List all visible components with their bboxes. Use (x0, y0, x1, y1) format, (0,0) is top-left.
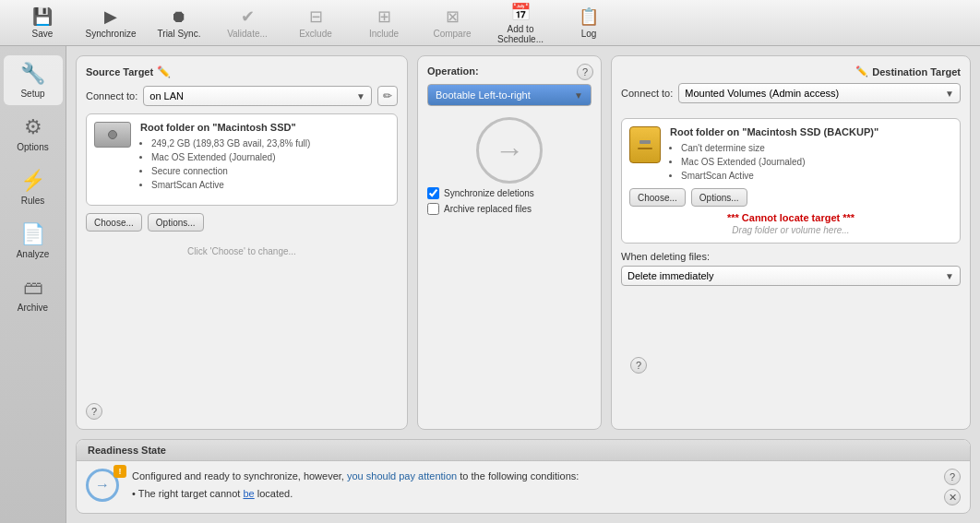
log-label: Log (581, 29, 597, 39)
operation-panel-title: Operation: (427, 65, 592, 77)
compare-icon: ⊠ (446, 6, 460, 27)
operation-mode-dropdown[interactable]: Bootable Left-to-right ▼ (427, 84, 592, 106)
destination-panel-title: ✏️ Destination Target (855, 65, 961, 77)
source-connect-dropdown[interactable]: on LAN ▼ (143, 86, 372, 106)
include-button[interactable]: ⊞ Include (351, 3, 417, 43)
dest-btn-row: Choose... Options... (629, 188, 952, 207)
trial-sync-icon: ⏺ (171, 7, 187, 27)
sync-deletions-checkbox[interactable] (427, 187, 439, 199)
options-icon: ⚙ (24, 115, 42, 139)
operation-mode-value: Bootable Left-to-right (436, 89, 531, 101)
exclude-icon: ⊟ (309, 6, 323, 27)
readiness-close-button[interactable]: ✕ (944, 489, 961, 505)
source-drive-name: Root folder on "Macintosh SSD" (140, 122, 389, 133)
compare-button[interactable]: ⊠ Compare (419, 3, 485, 43)
analyze-icon: 📄 (20, 222, 45, 246)
dest-details: Root folder on "Macintosh SSD (BACKUP)" … (670, 126, 878, 183)
sidebar-options-label: Options (17, 142, 48, 152)
sidebar-item-setup[interactable]: 🔧 Setup (4, 55, 63, 105)
dest-help-button[interactable]: ? (630, 357, 647, 374)
op-dropdown-arrow: ▼ (574, 90, 583, 101)
dest-connect-row: Connect to: Mounted Volumes (Admin acces… (621, 83, 961, 103)
validate-button[interactable]: ✔ Validate... (214, 3, 281, 43)
dest-edit-icon: ✏️ (855, 65, 868, 77)
dest-meta-list: Can't determine size Mac OS Extended (Jo… (670, 141, 878, 183)
source-help-button[interactable]: ? (86, 403, 102, 420)
operation-panel: Operation: Bootable Left-to-right ▼ → Sy… (417, 55, 602, 430)
readiness-message-part1: Configured and ready to synchronize, how… (132, 470, 347, 481)
rules-icon: ⚡ (20, 169, 45, 193)
destination-drive-icon (629, 126, 661, 163)
source-panel-title: Source Target ✏️ (86, 65, 398, 78)
sidebar-item-rules[interactable]: ⚡ Rules (4, 162, 63, 212)
log-icon: 📋 (579, 6, 599, 27)
archive-replaced-row: Archive replaced files (427, 203, 592, 215)
readiness-message-part3: to the following conditions: (457, 470, 579, 481)
source-info-box: Root folder on "Macintosh SSD" 249,2 GB … (86, 113, 398, 206)
save-button[interactable]: 💾 Save (9, 3, 76, 43)
content-area: Source Target ✏️ Connect to: on LAN ▼ ✏ … (66, 46, 980, 523)
source-connect-label: Connect to: (86, 90, 137, 101)
operation-direction-icon: → (476, 117, 543, 184)
source-placeholder: Click 'Choose' to change... (86, 237, 398, 266)
dest-delete-arrow: ▼ (945, 271, 954, 281)
source-meta-list: 249,2 GB (189,83 GB avail, 23,8% full) M… (140, 137, 389, 192)
dest-choose-button[interactable]: Choose... (629, 188, 686, 207)
compare-label: Compare (433, 29, 471, 39)
dest-drive-name: Root folder on "Macintosh SSD (BACKUP)" (670, 126, 878, 137)
readiness-header: Readiness State (77, 440, 970, 461)
readiness-status-icon: → ! (86, 469, 123, 505)
source-connect-value: on LAN (149, 90, 184, 101)
source-drive-icon (94, 122, 131, 148)
readiness-bullet-link: be (243, 488, 254, 499)
panels-row: Source Target ✏️ Connect to: on LAN ▼ ✏ … (76, 55, 971, 430)
dest-delete-mode: Delete immediately (627, 270, 714, 281)
source-panel: Source Target ✏️ Connect to: on LAN ▼ ✏ … (76, 55, 408, 430)
dest-delete-dropdown[interactable]: Delete immediately ▼ (621, 266, 961, 286)
dest-delete-section: When deleting files: Delete immediately … (621, 251, 961, 286)
destination-panel: ✏️ Destination Target Connect to: Mounte… (611, 55, 971, 430)
trial-sync-button[interactable]: ⏺ Trial Sync. (146, 3, 212, 43)
sidebar-item-options[interactable]: ⚙ Options (4, 109, 63, 159)
dest-connect-value: Mounted Volumes (Admin access) (685, 88, 839, 99)
source-edit-button[interactable]: ✏ (377, 86, 398, 106)
synchronize-button[interactable]: ▶ Synchronize (78, 3, 144, 43)
destination-info-box: Root folder on "Macintosh SSD (BACKUP)" … (621, 118, 961, 244)
add-to-schedule-button[interactable]: 📅 Add to Schedule... (487, 3, 554, 43)
dest-info-top: Root folder on "Macintosh SSD (BACKUP)" … (629, 126, 952, 183)
source-edit-icon[interactable]: ✏️ (157, 65, 171, 78)
readiness-body: → ! Configured and ready to synchronize,… (77, 461, 970, 513)
save-icon: 💾 (32, 6, 53, 27)
synchronize-icon: ▶ (104, 6, 117, 27)
source-format: Mac OS Extended (Journaled) (151, 150, 389, 164)
dest-smartscan: SmartScan Active (681, 169, 878, 183)
readiness-text: Configured and ready to synchronize, how… (132, 469, 935, 501)
exclude-button[interactable]: ⊟ Exclude (282, 3, 349, 43)
sidebar-archive-label: Archive (18, 303, 48, 313)
dest-connect-dropdown[interactable]: Mounted Volumes (Admin access) ▼ (678, 83, 961, 103)
dest-format: Mac OS Extended (Journaled) (681, 155, 878, 169)
log-button[interactable]: 📋 Log (556, 3, 622, 43)
readiness-message-part2: you should pay attention (347, 470, 457, 481)
validate-label: Validate... (227, 29, 268, 39)
include-icon: ⊞ (377, 6, 391, 27)
source-options-button[interactable]: Options... (148, 213, 204, 232)
dest-dropdown-arrow: ▼ (945, 89, 954, 99)
source-choose-button[interactable]: Choose... (86, 213, 142, 232)
add-to-schedule-label: Add to Schedule... (487, 24, 554, 44)
source-details: Root folder on "Macintosh SSD" 249,2 GB … (140, 122, 389, 192)
validate-icon: ✔ (241, 6, 255, 27)
operation-help-button[interactable]: ? (577, 64, 593, 80)
readiness-help-button[interactable]: ? (944, 469, 961, 485)
readiness-panel: Readiness State → ! Configured and ready… (76, 439, 971, 514)
sidebar-item-archive[interactable]: 🗃 Archive (4, 269, 63, 319)
dest-options-button[interactable]: Options... (691, 188, 747, 207)
sync-deletions-label: Synchronize deletions (444, 188, 534, 198)
sidebar-setup-label: Setup (20, 89, 44, 99)
setup-icon: 🔧 (20, 62, 45, 86)
sidebar-item-analyze[interactable]: 📄 Analyze (4, 216, 63, 266)
source-connect-row: Connect to: on LAN ▼ ✏ (86, 86, 398, 106)
readiness-bullet-text2: located. (255, 488, 293, 499)
archive-replaced-checkbox[interactable] (427, 203, 439, 215)
sync-deletions-row: Synchronize deletions (427, 187, 592, 199)
